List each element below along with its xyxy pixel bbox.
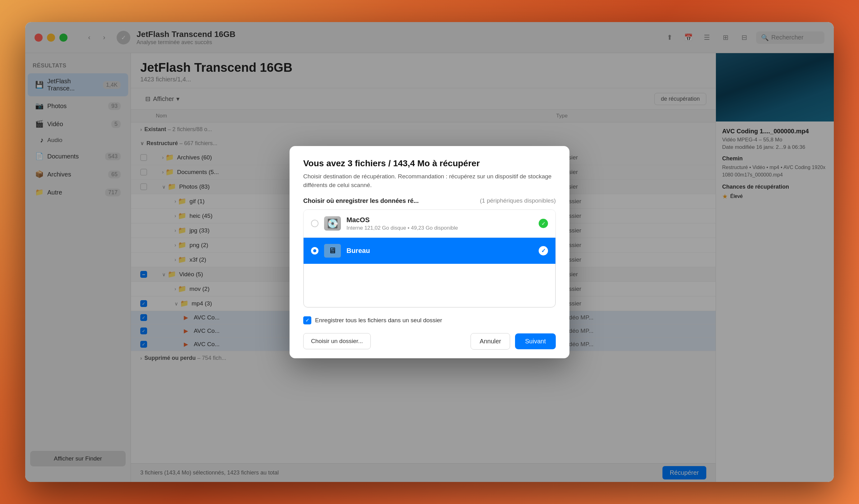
modal-body: Vous avez 3 fichiers / 143,4 Mo à récupé… [289, 146, 570, 325]
app-window: ‹ › ✓ JetFlash Transcend 16GB Analyse te… [25, 22, 834, 482]
device-radio[interactable] [311, 220, 318, 227]
device-radio-selected[interactable] [311, 247, 318, 254]
modal-footer: Choisir un dossier... Annuler Suivant [289, 325, 570, 358]
device-name: Bureau [346, 247, 533, 255]
device-list: 💽 MacOS Interne 121,02 Go disque • 49,23… [303, 209, 556, 308]
modal-section-label: Choisir où enregistrer les données ré... [303, 197, 419, 204]
modal-checkbox-label: Enregistrer tous les fichiers dans un se… [315, 317, 442, 324]
device-name: MacOS [346, 216, 533, 224]
device-detail: Interne 121,02 Go disque • 49,23 Go disp… [346, 225, 533, 231]
cancel-button[interactable]: Annuler [470, 333, 510, 350]
device-item-bureau[interactable]: 🖥 Bureau ✓ [303, 238, 556, 264]
suivant-button[interactable]: Suivant [515, 333, 556, 349]
modal-overlay: Vous avez 3 fichiers / 143,4 Mo à récupé… [25, 22, 834, 482]
device-item-macos[interactable]: 💽 MacOS Interne 121,02 Go disque • 49,23… [303, 210, 556, 238]
modal-checkbox-row: ✓ Enregistrer tous les fichiers dans un … [303, 316, 556, 325]
macos-drive-icon: 💽 [324, 216, 341, 231]
recovery-modal: Vous avez 3 fichiers / 143,4 Mo à récupé… [289, 146, 570, 358]
modal-empty-area [303, 264, 556, 307]
device-check-icon: ✓ [539, 219, 548, 228]
choose-folder-button[interactable]: Choisir un dossier... [303, 333, 371, 349]
device-info: MacOS Interne 121,02 Go disque • 49,23 G… [346, 216, 533, 231]
device-check-white-icon: ✓ [539, 246, 548, 255]
bureau-folder-icon: 🖥 [324, 244, 341, 257]
modal-title: Vous avez 3 fichiers / 143,4 Mo à récupé… [303, 158, 556, 169]
modal-devices-count: (1 périphériques disponibles) [480, 197, 556, 204]
device-info: Bureau [346, 247, 533, 255]
modal-section-header: Choisir où enregistrer les données ré...… [303, 197, 556, 204]
modal-description: Choisir destination de récupération. Rec… [303, 172, 556, 190]
save-single-folder-checkbox[interactable]: ✓ [303, 316, 311, 325]
